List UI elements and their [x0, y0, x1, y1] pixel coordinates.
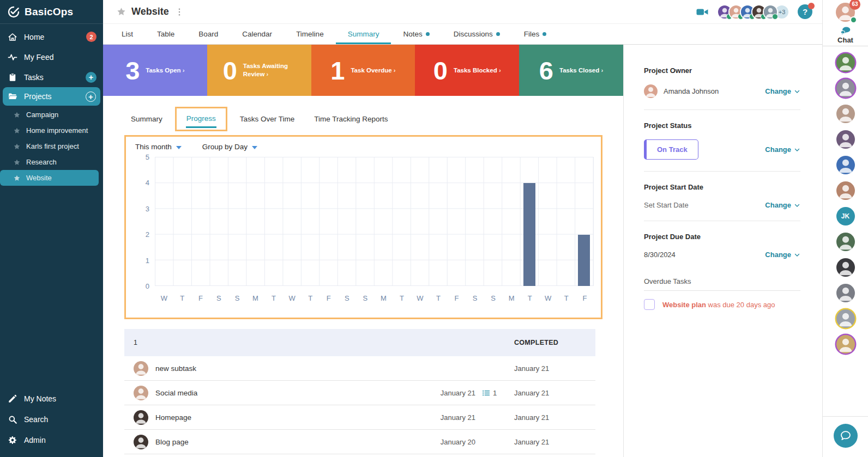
assignee-avatar [134, 386, 148, 400]
tab-files[interactable]: Files [512, 24, 559, 44]
add-tasks-icon[interactable]: + [86, 72, 97, 83]
chat-member-avatar[interactable] [836, 53, 855, 72]
sidebar-item-projects[interactable]: Projects+ [3, 87, 100, 106]
chat-member-avatar[interactable] [836, 284, 855, 302]
chat-bubbles-icon [840, 26, 851, 35]
assignee-avatar [134, 410, 148, 425]
tab-discussions[interactable]: Discussions [442, 24, 512, 44]
app-logo[interactable]: BasicOps [0, 0, 103, 24]
tab-board[interactable]: Board [186, 24, 230, 44]
chat-member-avatar[interactable] [836, 181, 855, 200]
change-owner-button[interactable]: Change [765, 87, 800, 95]
sidebar-item-tasks[interactable]: Tasks+ [0, 67, 103, 87]
x-axis-label: T [429, 294, 448, 302]
project-start-date-title: Project Start Date [644, 183, 800, 191]
sidebar-item-label: Search [24, 415, 48, 424]
sidebar-project-website[interactable]: Website [0, 170, 99, 186]
group-by-dropdown[interactable]: Group by Day [202, 143, 257, 151]
subtab-tasks-over-time[interactable]: Tasks Over Time [239, 110, 296, 129]
help-button[interactable]: ? [798, 4, 812, 19]
chevron-down-icon [794, 252, 800, 258]
x-axis-label: F [448, 294, 466, 302]
subtab-progress[interactable]: Progress [175, 107, 227, 131]
task-name-cell: new subtask [124, 361, 413, 376]
tab-calendar[interactable]: Calendar [230, 24, 284, 44]
completed-date-cell: January 21 [505, 389, 595, 397]
home-icon [8, 32, 17, 42]
project-item-label: Website [26, 174, 52, 182]
sidebar-project-research[interactable]: Research [0, 154, 103, 170]
chart-bar[interactable] [578, 235, 590, 286]
sidebar-project-campaign[interactable]: Campaign [0, 107, 103, 123]
add-projects-icon[interactable]: + [86, 92, 96, 102]
chat-member-avatar[interactable] [836, 156, 855, 174]
tab-table[interactable]: Table [145, 24, 186, 44]
group-by-value: Group by Day [202, 143, 248, 151]
tab-timeline[interactable]: Timeline [284, 24, 336, 44]
overdue-task-text[interactable]: Website plan was due 20 days ago [662, 301, 775, 309]
table-row[interactable]: HomepageJanuary 21January 21 [124, 405, 595, 430]
subtab-label: Time Tracking Reports [314, 110, 388, 129]
sidebar-item-admin[interactable]: Admin [0, 430, 103, 450]
video-call-icon[interactable] [696, 5, 709, 19]
more-options-icon[interactable] [174, 7, 184, 17]
chat-member-avatar[interactable] [836, 105, 855, 123]
chat-label: Chat [837, 36, 853, 44]
due-date-value: 8/30/2024 [644, 251, 676, 259]
subtab-time-tracking-reports[interactable]: Time Tracking Reports [314, 110, 388, 129]
tab-label: Files [524, 30, 540, 38]
sidebar-item-home[interactable]: Home2 [0, 27, 103, 47]
tab-label: Timeline [296, 30, 324, 38]
tab-notes[interactable]: Notes [391, 24, 441, 44]
sidebar-item-my-notes[interactable]: My Notes [0, 388, 103, 409]
subtab-summary[interactable]: Summary [130, 110, 163, 129]
table-row[interactable]: new subtaskJanuary 21 [124, 356, 595, 381]
star-icon [13, 111, 21, 119]
x-axis-label: M [246, 294, 265, 302]
project-item-label: Home improvement [26, 126, 88, 135]
favorite-star-icon[interactable] [116, 7, 126, 17]
divider [644, 171, 800, 172]
stat-banner-tasks-open[interactable]: 3Tasks Open [103, 45, 207, 96]
chat-member-avatar[interactable] [836, 79, 855, 98]
chart-column [429, 157, 448, 286]
sidebar-project-karls-first-project[interactable]: Karls first project [0, 138, 103, 154]
chart-column [210, 157, 228, 286]
chart-bar[interactable] [523, 183, 535, 286]
chat-member-avatar[interactable] [836, 130, 855, 149]
stat-label: Task Overdue [351, 66, 395, 75]
stat-banner-tasks-closed[interactable]: 6Tasks Closed [519, 45, 623, 96]
chat-member-avatar[interactable] [836, 309, 855, 328]
change-due-date-button[interactable]: Change [765, 251, 800, 259]
sidebar-project-home-improvement[interactable]: Home improvement [0, 123, 103, 138]
stat-value: 0 [223, 58, 237, 83]
stat-banner-tasks-blocked[interactable]: 0Tasks Blocked [415, 45, 519, 96]
table-row[interactable]: Social mediaJanuary 211January 21 [124, 381, 595, 405]
date-range-dropdown[interactable]: This month [135, 143, 182, 151]
stat-banner-task-overdue[interactable]: 1Task Overdue [311, 45, 415, 96]
member-avatar[interactable] [763, 4, 778, 20]
stat-banner-tasks-awaiting-review[interactable]: 0Tasks Awaiting Review [207, 45, 311, 96]
chart-x-axis: WTFSSMTWTFSSMTWTFSSMTWTF [155, 294, 594, 302]
x-axis-label: W [283, 294, 302, 302]
sidebar-item-my-feed[interactable]: My Feed [0, 47, 103, 67]
tab-list[interactable]: List [110, 24, 145, 44]
change-start-date-button[interactable]: Change [765, 201, 800, 209]
subtask-count-cell: 1 [475, 389, 505, 397]
current-user-avatar[interactable]: 63 [836, 3, 855, 22]
chart-column [374, 157, 393, 286]
chart-column [411, 157, 429, 286]
tab-summary[interactable]: Summary [336, 24, 391, 44]
change-status-button[interactable]: Change [765, 145, 800, 154]
chat-header[interactable]: Chat [823, 24, 868, 46]
chat-member-avatar[interactable]: JK [836, 207, 855, 226]
y-axis-tick: 4 [146, 179, 149, 187]
chat-member-avatar[interactable] [836, 258, 855, 277]
task-checkbox[interactable] [644, 299, 655, 310]
chat-member-avatar[interactable] [836, 233, 855, 251]
support-chat-button[interactable] [834, 424, 858, 448]
chat-member-avatar[interactable] [836, 335, 855, 354]
table-row[interactable]: Blog pageJanuary 20January 21 [124, 430, 595, 454]
sidebar-item-search[interactable]: Search [0, 409, 103, 430]
status-badge[interactable]: On Track [644, 139, 698, 160]
